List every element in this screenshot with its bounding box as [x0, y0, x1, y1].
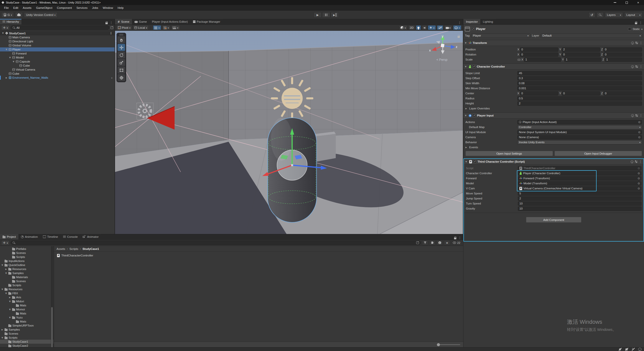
- scene-visibility-button[interactable]: [437, 25, 443, 30]
- tab-animation[interactable]: Animation: [18, 234, 40, 240]
- object-picker-icon[interactable]: [638, 120, 640, 124]
- menu-file[interactable]: File: [2, 6, 11, 10]
- progress-ok-icon[interactable]: [638, 348, 641, 351]
- grid-snap-button[interactable]: [162, 25, 171, 30]
- project-folder-mats[interactable]: Mats: [0, 319, 53, 324]
- property-forward[interactable]: ForwardForward (Transform): [466, 176, 641, 181]
- undo-history-button[interactable]: [589, 12, 595, 18]
- orientation-gizmo[interactable]: y x z < Persp: [426, 34, 458, 62]
- project-folder-simpleurptoon[interactable]: SimpleURPToon: [0, 324, 53, 328]
- property-model[interactable]: ModelModel (Transform): [466, 181, 641, 186]
- expand-arrow-icon[interactable]: ▼: [9, 308, 11, 311]
- property-script[interactable]: ScriptThirdCharacterController: [466, 166, 641, 171]
- lock-icon[interactable]: [635, 22, 637, 24]
- value-field[interactable]: 0.08: [517, 81, 642, 85]
- camera-settings-dropdown[interactable]: [444, 25, 452, 30]
- vector-field[interactable]: 0: [520, 47, 558, 52]
- tab-lighting[interactable]: Lighting: [480, 19, 495, 24]
- vector-field[interactable]: 2: [562, 47, 600, 52]
- menu-help[interactable]: Help: [116, 6, 126, 10]
- vector-field[interactable]: 1: [524, 57, 561, 62]
- hierarchy-item-global-volume[interactable]: Global Volume: [0, 43, 115, 47]
- pause-button[interactable]: [322, 12, 330, 18]
- hierarchy-item-environment-narrow-walls[interactable]: ▶Environment_Narrow_Walls: [0, 76, 115, 80]
- object-field[interactable]: Forward (Transform): [518, 176, 641, 181]
- tab-inspector[interactable]: Inspector: [463, 19, 480, 24]
- object-field[interactable]: Player (Input Action Asset): [517, 120, 642, 124]
- object-picker-icon[interactable]: [638, 130, 640, 134]
- project-folder-scripts[interactable]: Scripts: [0, 283, 53, 287]
- project-folder-scenes[interactable]: Scenes: [0, 332, 53, 336]
- value-field[interactable]: 45: [517, 71, 642, 75]
- rotate-tool[interactable]: [118, 51, 125, 58]
- project-folder-prefabs[interactable]: Prefabs: [0, 247, 53, 251]
- dropdown-field[interactable]: Invoke Unity Events: [517, 140, 642, 144]
- property-center[interactable]: CenterX0Y0Z0: [465, 91, 642, 96]
- expand-arrow-icon[interactable]: ▼: [9, 316, 11, 319]
- play-button[interactable]: [314, 12, 322, 18]
- favorites-button[interactable]: [444, 240, 450, 245]
- toggle-2d-button[interactable]: 2D: [408, 25, 415, 30]
- close-button[interactable]: [632, 0, 644, 5]
- project-folder-studycase2[interactable]: StudyCase2: [0, 344, 53, 347]
- tab-package-manager[interactable]: Package Manager: [190, 19, 223, 24]
- expand-arrow-icon[interactable]: ▼: [5, 272, 7, 274]
- property-gravity[interactable]: Gravity10: [466, 206, 641, 211]
- expand-arrow-icon[interactable]: ▼: [1, 288, 4, 290]
- value-field[interactable]: 5: [518, 191, 641, 196]
- project-folder-materials[interactable]: Materials: [0, 275, 53, 279]
- menu-assets[interactable]: Assets: [21, 6, 34, 10]
- kebab-menu-icon[interactable]: [639, 65, 642, 68]
- search-by-type-button[interactable]: [422, 240, 428, 245]
- expand-arrow-icon[interactable]: ▶: [5, 77, 8, 79]
- expand-arrow-icon[interactable]: ▶: [5, 268, 7, 270]
- hierarchy-item-capsule[interactable]: ▼Capsule: [0, 60, 115, 64]
- asset-thirdcharactercontroller[interactable]: ThirdCharacterController: [57, 253, 460, 258]
- kebab-menu-icon[interactable]: [458, 21, 461, 24]
- tag-dropdown[interactable]: Player: [471, 34, 530, 38]
- property-radius[interactable]: Radius0.5: [465, 96, 642, 101]
- breadcrumb-assets[interactable]: Assets: [57, 247, 65, 250]
- property-events[interactable]: ▶Events: [465, 145, 642, 150]
- menu-gameobject[interactable]: GameObject: [34, 6, 54, 10]
- property-character-controller[interactable]: Character ControllerPlayer (Character Co…: [466, 171, 641, 176]
- project-folder-samples[interactable]: ▼Samples: [0, 271, 53, 275]
- scene-audio-button[interactable]: [422, 25, 427, 30]
- project-folder-scripts[interactable]: Scripts: [0, 255, 53, 259]
- hierarchy-search[interactable]: [11, 25, 109, 30]
- scrollbar-thumb[interactable]: [51, 307, 53, 347]
- help-icon[interactable]: [631, 42, 634, 44]
- menu-services[interactable]: Services: [74, 6, 90, 10]
- property-v-cam[interactable]: V CamVirtual Camera (Cinemachine Virtual…: [466, 186, 641, 191]
- property-actions[interactable]: ActionsPlayer (Input Action Asset): [465, 120, 642, 125]
- hidden-packages-toggle[interactable]: 22: [451, 241, 462, 244]
- perspective-label[interactable]: < Persp: [426, 58, 458, 62]
- kebab-menu-icon[interactable]: [110, 21, 113, 24]
- expand-arrow-icon[interactable]: ▼: [2, 32, 4, 34]
- prefab-open-chevron-icon[interactable]: [111, 76, 115, 80]
- rect-tool[interactable]: [118, 67, 125, 74]
- project-folder-studycase1[interactable]: StudyCase1: [0, 340, 53, 344]
- hierarchy-item-directional-light[interactable]: Directional Light: [0, 39, 115, 43]
- project-search[interactable]: [11, 241, 421, 245]
- hierarchy-item-player[interactable]: ▼Player: [0, 47, 115, 51]
- object-field[interactable]: Model (Transform): [518, 181, 641, 186]
- breadcrumb-studycase1[interactable]: StudyCase1: [82, 247, 99, 250]
- gameobject-name[interactable]: Player: [476, 27, 627, 31]
- layout-dropdown[interactable]: Layout: [624, 12, 642, 18]
- project-folder-mats[interactable]: Mats: [0, 311, 53, 315]
- property-min-move-distance[interactable]: Min Move Distance0.001: [465, 86, 642, 91]
- scene-lighting-button[interactable]: [416, 25, 421, 30]
- property-camera[interactable]: CameraNone (Camera): [465, 135, 642, 140]
- tab-console[interactable]: Console: [61, 234, 80, 240]
- property-step-offset[interactable]: Step Offset0.3: [465, 76, 642, 81]
- project-folder-aris[interactable]: ▶Aris: [0, 295, 53, 299]
- project-folder-yuzu[interactable]: ▼Yuzu: [0, 315, 53, 319]
- expand-arrow-icon[interactable]: ▼: [9, 300, 11, 303]
- project-folder-scripts[interactable]: ▼Scripts: [0, 336, 53, 340]
- open-search-window-icon[interactable]: [416, 241, 419, 244]
- menu-window[interactable]: Window: [101, 6, 115, 10]
- increment-snap-button[interactable]: [171, 25, 180, 30]
- dropdown-field[interactable]: Controller: [517, 125, 642, 129]
- component-enabled-checkbox[interactable]: [473, 114, 476, 117]
